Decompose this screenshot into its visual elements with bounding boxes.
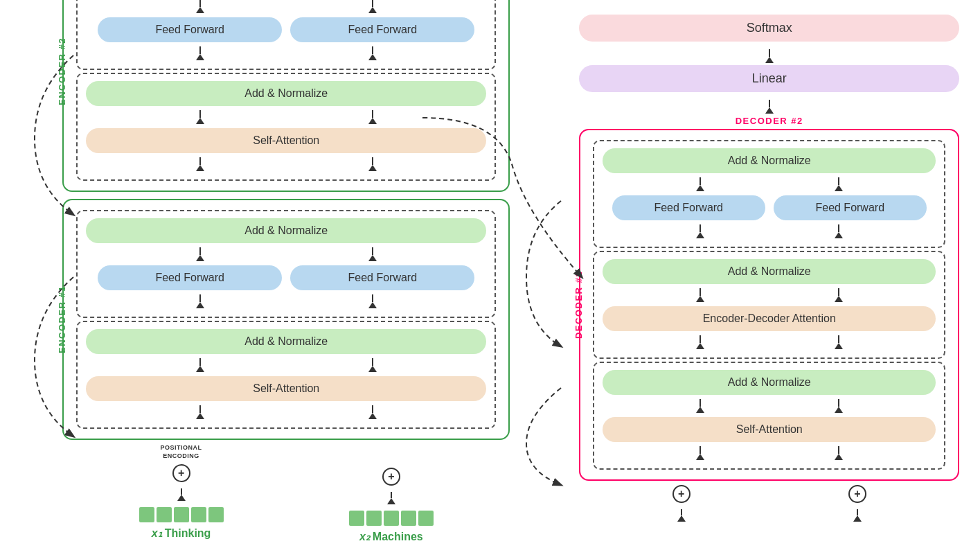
encoder-panel: ENCODER #2 Add & Normalize Feed Forward … [21,0,510,543]
arrow-up-d1 [677,509,686,522]
block3 [174,507,189,522]
arrow-up [368,0,377,13]
input-blocks-x1 [139,507,224,522]
decoder1-dashed-top: Add & Normalize Feed Forward Feed Forwar… [593,140,945,248]
encoder2-ff1: Feed Forward [98,17,282,42]
arrow-up [368,46,377,60]
arrow-up [835,399,843,413]
plus-circle-d1: + [672,485,691,503]
arrow-up [696,288,704,302]
decoder1-addnorm1: Add & Normalize [603,370,936,395]
arrow-up [368,358,377,372]
plus-circle-d2: + [848,485,866,503]
block1 [139,507,154,522]
x1-label: Thinking [165,527,211,540]
x2-label: Machines [373,531,423,543]
decoder1-ff1: Feed Forward [612,195,765,220]
arrow-up-x2 [387,492,395,504]
decoder1-encdecattn: Encoder-Decoder Attention [603,306,936,331]
decoder-panel: Softmax Linear DECODER #2 DECODER #1 Add… [537,15,959,543]
block2 [157,507,172,522]
arrow-up [368,405,377,419]
arrow-up [196,294,204,308]
encoder1-box: ENCODER #1 Add & Normalize Feed Forward … [62,199,510,440]
block3 [384,511,399,526]
softmax-pill: Softmax [579,15,959,42]
decoder1-addnorm3: Add & Normalize [603,148,936,173]
arrow-up [835,177,843,191]
arrow-up-softmax [765,49,774,63]
arrow-up [835,288,843,302]
arrow-up [696,399,704,413]
decoder1-addnorm2: Add & Normalize [603,259,936,284]
block4 [191,507,206,522]
block2 [366,511,382,526]
arrow-up [696,446,704,460]
arrow-up [368,247,377,261]
x2-var: x₂ [359,530,370,543]
arrow-up-x1 [177,488,186,501]
plus-circle-x2: + [382,468,400,486]
pos-enc-label: POSITIONALENCODING [161,444,202,460]
arrow-up [196,0,204,13]
encoder2-box: ENCODER #2 Add & Normalize Feed Forward … [62,0,510,192]
arrow-up [196,405,204,419]
encoder2-dashed-bottom: Add & Normalize Self-Attention [76,73,496,181]
encoder2-selfattn: Self-Attention [86,128,486,153]
block5 [208,507,224,522]
arrow-up [835,224,843,238]
encoder1-selfattn: Self-Attention [86,376,486,401]
encoder1-addnorm2: Add & Normalize [86,218,486,243]
block1 [349,511,364,526]
arrow-up [835,335,843,349]
encoder1-addnorm1: Add & Normalize [86,329,486,354]
encoder2-label: ENCODER #2 [57,37,67,105]
arrow-up [196,46,204,60]
decoder1-dashed-mid: Add & Normalize Encoder-Decoder Attentio… [593,251,945,359]
input-x1-col: POSITIONALENCODING + x₁ Thinking [139,444,224,543]
arrow-up [368,294,377,308]
input-blocks-x2 [349,511,434,526]
encoder2-addnorm1: Add & Normalize [86,81,486,106]
encoder2-ff-row: Feed Forward Feed Forward [86,17,486,42]
block4 [401,511,416,526]
decoder1-ff-row: Feed Forward Feed Forward [603,195,936,220]
arrow-up [196,110,204,124]
encoder1-ff2: Feed Forward [290,265,474,290]
decoder-input-right: + [848,485,866,543]
encoder1-ff-row: Feed Forward Feed Forward [86,265,486,290]
arrow-up-d2 [853,509,862,522]
x1-var: x₁ [152,527,162,540]
encoder1-dashed-bottom: Add & Normalize Self-Attention [76,321,496,429]
encoder1-dashed-top: Add & Normalize Feed Forward Feed Forwar… [76,210,496,318]
input-x2-col: + x₂ Machines [349,444,434,543]
arrow-up [696,335,704,349]
encoder2-dashed-top: Add & Normalize Feed Forward Feed Forwar… [76,0,496,70]
decoder1-box: DECODER #1 Add & Normalize Feed Forward … [579,129,959,481]
encoder1-label: ENCODER #1 [57,285,67,353]
arrow-up [835,446,843,460]
decoder2-label: DECODER #2 [579,116,959,126]
plus-circle-x1: + [172,464,190,482]
arrow-up [196,247,204,261]
arrow-up [696,177,704,191]
encoder1-ff1: Feed Forward [98,265,282,290]
encoder2-ff2: Feed Forward [290,17,474,42]
decoder1-label: DECODER #1 [573,271,584,339]
decoder1-ff2: Feed Forward [774,195,927,220]
decoder1-dashed-bottom: Add & Normalize Self-Attention [593,362,945,470]
decoder-input-left: + [672,485,691,543]
arrow-up [368,157,377,171]
decoder1-selfattn: Self-Attention [603,417,936,442]
arrow-up [696,224,704,238]
arrow-up [196,358,204,372]
block5 [418,511,434,526]
arrow-up [196,157,204,171]
linear-pill: Linear [579,65,959,92]
arrow-up-linear [765,100,774,114]
arrow-up [368,110,377,124]
